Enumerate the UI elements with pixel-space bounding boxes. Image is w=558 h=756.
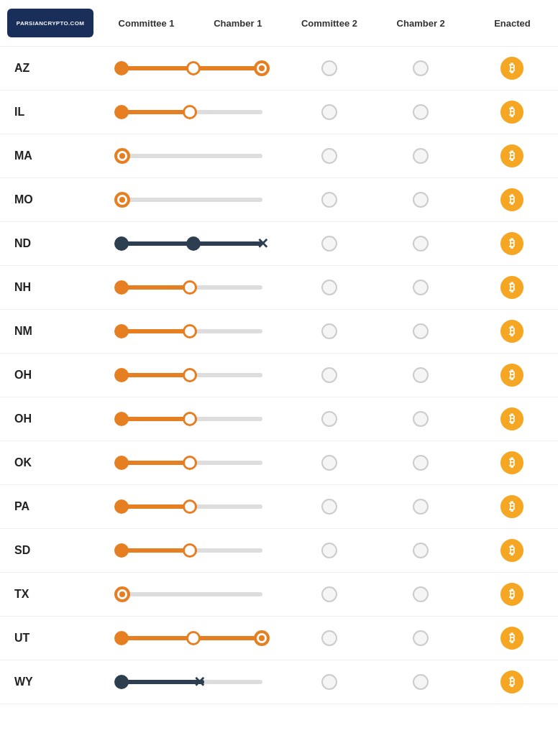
circle-empty: [413, 192, 429, 208]
bitcoin-icon: ₿: [500, 320, 523, 343]
enacted-cell: ₿: [467, 670, 558, 693]
progress-area: [101, 147, 283, 165]
table-row: OH ₿: [0, 354, 558, 397]
state-label: NH: [0, 281, 101, 294]
circle-empty: [413, 499, 429, 515]
col-header-chamber1: Chamber 1: [192, 18, 283, 29]
circle-empty: [321, 104, 337, 120]
committee2-cell: [283, 236, 375, 252]
enacted-cell: ₿: [467, 364, 558, 387]
progress-bar-orange-partial: [113, 542, 271, 559]
logo-cell: PARSIANCRYPTO.COM: [0, 9, 101, 37]
chamber2-cell: [375, 543, 467, 558]
enacted-cell: ₿: [467, 232, 558, 255]
bitcoin-icon: ₿: [500, 276, 523, 299]
enacted-cell: ₿: [467, 583, 558, 606]
logo: PARSIANCRYPTO.COM: [7, 9, 93, 37]
enacted-cell: ₿: [467, 407, 558, 430]
committee2-cell: [283, 455, 375, 471]
circle-empty: [321, 192, 337, 208]
chamber2-cell: [375, 367, 467, 383]
circle-empty: [321, 586, 337, 602]
progress-bar-orange-partial: [113, 323, 271, 340]
state-label: NM: [0, 325, 101, 338]
chamber2-cell: [375, 323, 467, 339]
bitcoin-icon: ₿: [500, 407, 523, 430]
state-label: OH: [0, 369, 101, 382]
progress-bar-dark-full: ✕: [113, 235, 271, 252]
committee2-cell: [283, 148, 375, 164]
table-row: IL ₿: [0, 91, 558, 134]
state-label: TX: [0, 588, 101, 601]
committee2-cell: [283, 192, 375, 208]
progress-bar-orange-partial: [113, 103, 271, 121]
progress-area: [101, 279, 283, 296]
enacted-cell: ₿: [467, 188, 558, 211]
chamber2-cell: [375, 236, 467, 252]
circle-empty: [413, 411, 429, 427]
col-header-enacted: Enacted: [467, 18, 558, 29]
state-label: OH: [0, 412, 101, 425]
state-label: MO: [0, 193, 101, 206]
committee2-cell: [283, 674, 375, 690]
state-label: ND: [0, 237, 101, 250]
circle-empty: [321, 280, 337, 295]
progress-bar-dot-only: [113, 191, 271, 208]
chamber2-cell: [375, 586, 467, 602]
bitcoin-icon: ₿: [500, 188, 523, 211]
bitcoin-icon: ₿: [500, 583, 523, 606]
progress-bar-orange-full: [113, 630, 271, 647]
circle-empty: [413, 236, 429, 252]
enacted-cell: ₿: [467, 57, 558, 80]
circle-empty: [321, 323, 337, 339]
committee2-cell: [283, 323, 375, 339]
table-row: NH ₿: [0, 266, 558, 310]
circle-empty: [413, 630, 429, 646]
table-row: NM ₿: [0, 310, 558, 354]
circle-empty: [413, 104, 429, 120]
table-row: PA ₿: [0, 485, 558, 529]
state-label: WY: [0, 676, 101, 688]
chamber2-cell: [375, 455, 467, 471]
progress-area: [101, 410, 283, 428]
bitcoin-icon: ₿: [500, 101, 523, 124]
circle-empty: [321, 630, 337, 646]
enacted-cell: ₿: [467, 627, 558, 650]
committee2-cell: [283, 630, 375, 646]
progress-bar-orange-partial: [113, 498, 271, 515]
committee2-cell: [283, 367, 375, 383]
chamber2-cell: [375, 630, 467, 646]
col-header-chamber2: Chamber 2: [375, 18, 467, 29]
circle-empty: [413, 586, 429, 602]
circle-empty: [321, 411, 337, 427]
progress-bar-orange-partial: [113, 454, 271, 471]
bitcoin-icon: ₿: [500, 57, 523, 80]
progress-area: ✕: [101, 673, 283, 691]
progress-bar-dark-partial: ✕: [113, 673, 271, 691]
state-label: PA: [0, 500, 101, 513]
progress-area: [101, 323, 283, 340]
enacted-cell: ₿: [467, 144, 558, 167]
bitcoin-icon: ₿: [500, 451, 523, 474]
table-row: TX ₿: [0, 573, 558, 617]
table-row: SD ₿: [0, 529, 558, 573]
committee2-cell: [283, 280, 375, 295]
bitcoin-icon: ₿: [500, 495, 523, 518]
chamber2-cell: [375, 499, 467, 515]
committee2-cell: [283, 60, 375, 76]
state-label: MA: [0, 149, 101, 162]
table-row: WY ✕ ₿: [0, 660, 558, 704]
table-row: ND ✕ ₿: [0, 222, 558, 266]
progress-bar-dot-only: [113, 147, 271, 165]
progress-bar-orange-partial: [113, 410, 271, 428]
circle-empty: [321, 236, 337, 252]
enacted-cell: ₿: [467, 320, 558, 343]
circle-empty: [321, 455, 337, 471]
progress-area: [101, 191, 283, 208]
circle-empty: [321, 148, 337, 164]
chamber2-cell: [375, 148, 467, 164]
progress-area: [101, 103, 283, 121]
progress-area: [101, 60, 283, 77]
circle-empty: [413, 674, 429, 690]
progress-bar-orange-partial: [113, 367, 271, 384]
